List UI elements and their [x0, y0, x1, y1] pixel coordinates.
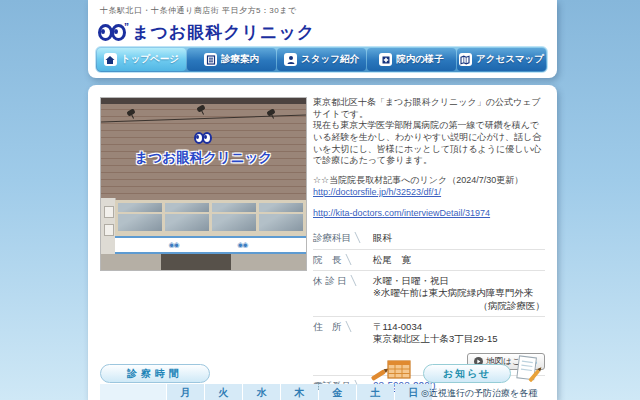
site-title: まつお眼科クリニック — [132, 21, 315, 44]
table-row-director: 院 長 松尾 寛 — [313, 250, 545, 271]
table-row-closed-days: 休 診 日 水曜・日曜・祝日 ※水曜午前は東大病院緑内障専門外来 （病院診療医） — [313, 271, 545, 317]
weekday-cell: 金 — [319, 384, 356, 400]
table-row-address: 住 所 〒114-0034 東京都北区上十条3丁目29-15 — [313, 317, 545, 350]
news-heading: お知らせ — [423, 364, 511, 383]
photo-windows — [115, 200, 306, 236]
postal-code: 〒114-0034 — [373, 321, 422, 332]
nav-tab-inside-clinic[interactable]: 院内の様子 — [367, 48, 456, 71]
eyes-logo-icon: ” — [98, 24, 129, 41]
site-logo: ” まつお眼科クリニック — [98, 21, 315, 44]
table-row-department: 診療科目 眼科 — [313, 228, 545, 249]
closed-days-note-2: （病院診療医） — [373, 300, 545, 312]
clinic-building-icon — [379, 53, 392, 66]
article-link-1[interactable]: http://doctorsfile.jp/h/32523/df/1/ — [313, 187, 441, 199]
row-value: 眼科 — [365, 232, 545, 244]
weekday-blank-cell — [100, 384, 166, 400]
weekday-cell: 水 — [243, 384, 280, 400]
row-label: 住 所 — [313, 321, 342, 333]
consultation-hours-heading: 診察時間 — [100, 364, 210, 383]
photo-doorway — [161, 254, 231, 270]
main-nav: トップページ 診療案内 スタッフ紹介 院内の様子 — [95, 46, 548, 73]
intro-paragraph-2: 現在も東京大学医学部附属病院の第一線で研鑽を積んでいる経験を生かし、わかりやすい… — [313, 120, 545, 167]
news-item: ◎近視進行の予防治療を各種 — [421, 387, 549, 400]
weekday-cell: 木 — [281, 384, 318, 400]
intro-paragraph-1: 東京都北区十条「まつお眼科クリニック」の公式ウェブサイトです。 — [313, 97, 545, 120]
photo-sign: まつお眼科クリニック — [101, 130, 306, 167]
nav-tab-medical-guide[interactable]: 診療案内 — [187, 48, 276, 71]
main-content: まつお眼科クリニック ◉◉ ◉◉ 東京都北区十条「まつお眼科クリニック」の公式ウ… — [88, 85, 557, 400]
document-icon — [204, 53, 217, 66]
weekday-cell: 火 — [205, 384, 242, 400]
home-icon — [104, 53, 117, 66]
article-note: ☆☆当院院長取材記事へのリンク（2024/7/30更新） — [313, 175, 545, 187]
row-label: 休 診 日 — [313, 275, 347, 287]
nav-tab-top-page[interactable]: トップページ — [97, 48, 186, 71]
map-icon — [459, 53, 472, 66]
closed-days-note: ※水曜午前は東大病院緑内障専門外来 — [373, 287, 533, 298]
eyes-logo-icon — [194, 132, 210, 144]
nav-tab-access-map[interactable]: アクセスマップ — [457, 48, 546, 71]
article-link-2[interactable]: http://kita-doctors.com/interviewDetail/… — [313, 208, 490, 220]
station-note: 十条駅北口・十条仲通り商店街 平日夕方5：30まで — [100, 5, 297, 16]
closed-days: 水曜・日曜・祝日 — [373, 275, 449, 286]
row-value: 松尾 寛 — [365, 254, 545, 266]
row-label: 院 長 — [313, 254, 342, 266]
weekday-cell: 月 — [167, 384, 204, 400]
person-icon — [284, 53, 297, 66]
page: 十条駅北口・十条仲通り商店街 平日夕方5：30まで ” まつお眼科クリニック ト… — [0, 0, 640, 400]
notepad-pencil-icon — [513, 355, 545, 389]
nav-tab-staff[interactable]: スタッフ紹介 — [277, 48, 366, 71]
weekday-header-row: 月 火 水 木 金 土 日 — [100, 384, 433, 400]
header: 十条駅北口・十条仲通り商店街 平日夕方5：30まで ” まつお眼科クリニック ト… — [88, 0, 557, 78]
clinic-storefront-photo: まつお眼科クリニック ◉◉ ◉◉ — [100, 97, 307, 271]
article-links: ☆☆当院院長取材記事へのリンク（2024/7/30更新） http://doct… — [313, 175, 545, 219]
row-label: 診療科目 — [313, 232, 351, 244]
photo-sidewalk — [101, 254, 306, 270]
weekday-cell: 土 — [357, 384, 394, 400]
clinic-info-column: 東京都北区十条「まつお眼科クリニック」の公式ウェブサイトです。 現在も東京大学医… — [313, 97, 545, 397]
address: 東京都北区上十条3丁目29-15 — [373, 333, 498, 344]
photo-banner: ◉◉ ◉◉ — [115, 236, 306, 254]
